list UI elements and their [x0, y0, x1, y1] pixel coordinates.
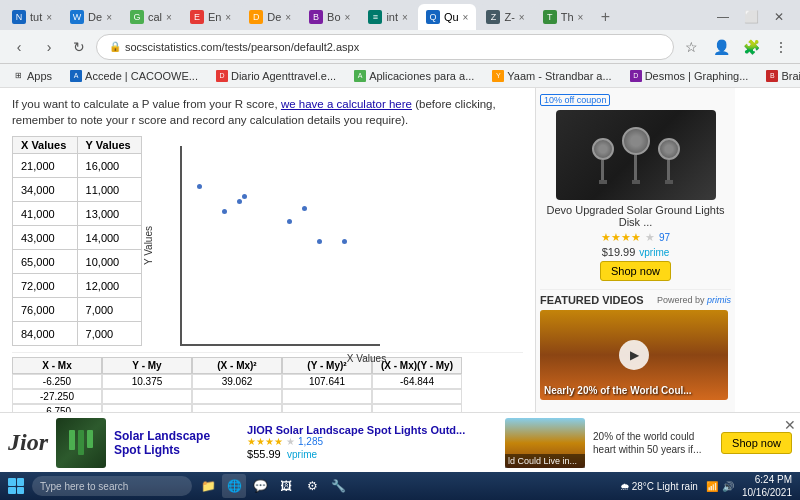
tab-label-notepad: tut	[30, 11, 42, 23]
weather-icon: 🌧	[620, 481, 630, 492]
taskbar-app6[interactable]: 🔧	[326, 474, 350, 498]
table-row-y-7: 7,000	[77, 322, 141, 346]
taskbar-browser[interactable]: 🌐	[222, 474, 246, 498]
x-values-header: X Values	[13, 137, 78, 154]
tab-close-th[interactable]: ×	[578, 12, 584, 23]
brainly-favicon: B	[766, 70, 778, 82]
tab-favicon-notepad: N	[12, 10, 26, 24]
tab-int[interactable]: ≡ int ×	[360, 4, 415, 30]
powered-brand: primis	[707, 295, 731, 305]
banner-shop-button[interactable]: Shop now	[721, 432, 792, 454]
banner-close-button[interactable]: ✕	[784, 417, 796, 433]
weather-text: 28°C Light rain	[632, 481, 698, 492]
banner-rating: 1,285	[298, 436, 323, 447]
forward-button[interactable]: ›	[36, 34, 62, 60]
tab-close-int[interactable]: ×	[402, 12, 408, 23]
scatter-dot-0	[197, 184, 202, 189]
windows-logo	[8, 478, 24, 494]
banner-stars: ★★★★	[247, 436, 283, 447]
ad-shop-button[interactable]: Shop now	[600, 261, 671, 281]
taskbar-time[interactable]: 6:24 PM 10/16/2021	[742, 473, 792, 499]
banner-product-title: Solar Landscape Spot Lights	[114, 429, 239, 457]
bookmark-diario[interactable]: D Diario Agenttravel.e...	[210, 68, 342, 84]
tab-close-docs[interactable]: ×	[106, 12, 112, 23]
tab-notepad[interactable]: N tut ×	[4, 4, 60, 30]
solar-base-3	[665, 180, 673, 184]
address-bar[interactable]: 🔒 socscistatistics.com/tests/pearson/def…	[96, 34, 674, 60]
back-button[interactable]: ‹	[6, 34, 32, 60]
tab-docs[interactable]: W De ×	[62, 4, 120, 30]
tab-close-calc[interactable]: ×	[166, 12, 172, 23]
banner-logo: Jior	[8, 429, 48, 456]
bookmark-apps[interactable]: ⊞ Apps	[6, 68, 58, 84]
bookmark-icon[interactable]: ☆	[678, 34, 704, 60]
refresh-button[interactable]: ↻	[66, 34, 92, 60]
video-thumbnail[interactable]: ▶ Nearly 20% of the World Coul...	[540, 310, 728, 400]
tab-stats[interactable]: Q Qu ×	[418, 4, 477, 30]
tab-bo[interactable]: B Bo ×	[301, 4, 358, 30]
tab-close-notepad[interactable]: ×	[46, 12, 52, 23]
maximize-button[interactable]: ⬜	[738, 4, 764, 30]
tab-th[interactable]: T Th ×	[535, 4, 592, 30]
network-icon[interactable]: 📶	[706, 481, 718, 492]
tab-label-bo: Bo	[327, 11, 340, 23]
banner-price: $55.99	[247, 448, 281, 460]
banner-right-image: ld Could Live in...	[505, 418, 585, 468]
tab-favicon-stats: Q	[426, 10, 440, 24]
bookmark-accede[interactable]: A Accede | CACOOWE...	[64, 68, 204, 84]
profile-icon[interactable]: 👤	[708, 34, 734, 60]
banner-overlay-title: ld Could Live in...	[508, 456, 582, 466]
tab-de2[interactable]: D De ×	[241, 4, 299, 30]
settings-icon[interactable]: ⋮	[768, 34, 794, 60]
taskbar-settings[interactable]: ⚙	[300, 474, 324, 498]
ad-prime: vprime	[639, 247, 669, 258]
volume-icon[interactable]: 🔊	[722, 481, 734, 492]
start-button[interactable]	[4, 474, 28, 498]
y-values-header: Y Values	[77, 137, 141, 154]
bookmark-desmos[interactable]: D Desmos | Graphing...	[624, 68, 755, 84]
solar-light-2	[622, 127, 650, 184]
ad-product: Devo Upgraded Solar Ground Lights Disk .…	[540, 110, 731, 281]
tab-close-en[interactable]: ×	[225, 12, 231, 23]
new-tab-button[interactable]: +	[593, 5, 617, 29]
ad-stars: ★★★★	[601, 231, 641, 244]
tab-label-docs: De	[88, 11, 102, 23]
video-play-button[interactable]: ▶	[619, 340, 649, 370]
banner-full-title: JIOR Solar Landscape Spot Lights Outd...	[247, 424, 497, 436]
calc-header-xmx: X - Mx	[12, 357, 102, 374]
bookmark-desmos-label: Desmos | Graphing...	[645, 70, 749, 82]
taskbar-photos[interactable]: 🖼	[274, 474, 298, 498]
note-text-before: If you want to calculate a P value from …	[12, 98, 278, 110]
scatter-dot-1	[222, 209, 227, 214]
bookmark-yaam[interactable]: Y Yaam - Strandbar a...	[486, 68, 617, 84]
bookmark-aplicaciones[interactable]: A Aplicaciones para a...	[348, 68, 480, 84]
tab-close-de2[interactable]: ×	[285, 12, 291, 23]
tab-close-stats[interactable]: ×	[463, 12, 469, 23]
tab-calc[interactable]: G cal ×	[122, 4, 180, 30]
tab-close-z[interactable]: ×	[519, 12, 525, 23]
taskbar-search[interactable]: Type here to search	[32, 476, 192, 496]
taskbar-weather[interactable]: 🌧 28°C Light rain	[620, 481, 698, 492]
bookmark-brainly[interactable]: B Brainly.com - For st...	[760, 68, 800, 84]
extensions-icon[interactable]: 🧩	[738, 34, 764, 60]
tab-label-de2: De	[267, 11, 281, 23]
taskbar-right: 🌧 28°C Light rain 📶 🔊 6:24 PM 10/16/2021	[620, 473, 796, 499]
video-title: Nearly 20% of the World Coul...	[544, 385, 724, 396]
tab-en[interactable]: E En ×	[182, 4, 239, 30]
ad-image	[556, 110, 716, 200]
tab-close-bo[interactable]: ×	[345, 12, 351, 23]
calc-cell-0-3: 107.641	[282, 374, 372, 389]
close-button[interactable]: ✕	[766, 4, 792, 30]
minimize-button[interactable]: —	[710, 4, 736, 30]
taskbar: Type here to search 📁 🌐 💬 🖼 ⚙ 🔧 🌧 28°C L…	[0, 472, 800, 500]
taskbar-files[interactable]: 📁	[196, 474, 220, 498]
taskbar-messaging[interactable]: 💬	[248, 474, 272, 498]
table-row-x-1: 34,000	[13, 178, 78, 202]
scatter-dot-4	[287, 219, 292, 224]
tab-z[interactable]: Z Z- ×	[478, 4, 532, 30]
calculator-link[interactable]: we have a calculator here	[281, 98, 412, 110]
featured-title: FEATURED VIDEOS	[540, 294, 644, 306]
scatter-xlabel: X Values	[267, 353, 467, 364]
table-row-x-2: 41,000	[13, 202, 78, 226]
tab-favicon-th: T	[543, 10, 557, 24]
